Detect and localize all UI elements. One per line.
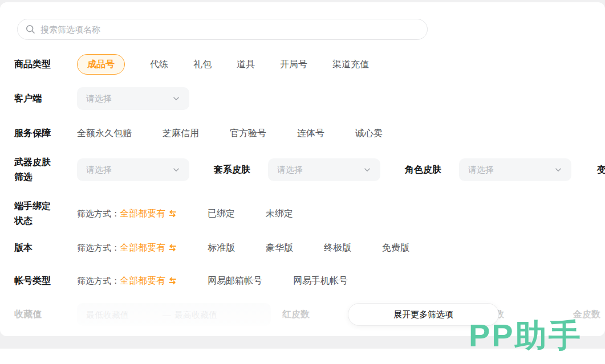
row-label-account-type: 帐号类型 (14, 273, 55, 288)
suit-skin-label: 套系皮肤 (214, 164, 250, 176)
row-label-product-type: 商品类型 (14, 57, 55, 72)
client-select[interactable]: 请选择 (77, 87, 189, 110)
role-skin-label: 角色皮肤 (405, 164, 441, 176)
option-ultimate-edition[interactable]: 终极版 (324, 242, 351, 254)
suit-skin-placeholder: 请选择 (277, 165, 303, 175)
range-separator: — (163, 310, 171, 320)
option-bound[interactable]: 已绑定 (208, 208, 235, 220)
filter-mode-label: 筛选方式： (77, 243, 120, 253)
row-label-service: 服务保障 (14, 126, 55, 141)
filter-row-service: 服务保障 全额永久包赔 芝麻信用 官方验号 连体号 诚心卖 (14, 127, 605, 140)
filter-row-client: 客户端 请选择 (14, 87, 605, 110)
row-label-client: 客户端 (14, 91, 55, 106)
filter-mode-toggle[interactable]: 全部都要有 (120, 242, 177, 254)
filter-mode-label: 筛选方式： (77, 208, 120, 219)
chevron-down-icon (554, 166, 562, 174)
collection-min-input[interactable] (86, 310, 159, 320)
weapon-skin-select[interactable]: 请选择 (77, 158, 189, 181)
search-icon (26, 24, 35, 34)
bottom-strip (0, 349, 605, 364)
option-netease-email-account[interactable]: 网易邮箱帐号 (208, 275, 262, 287)
filter-row-version: 版本 筛选方式： 全部都要有 标准版 豪华版 终极版 免费版 (14, 242, 605, 254)
filter-mode-toggle[interactable]: 全部都要有 (120, 208, 177, 220)
transform-skin-label: 变身 (597, 164, 605, 176)
option-standard-edition[interactable]: 标准版 (208, 242, 235, 254)
red-skin-count-label[interactable]: 红皮数 (282, 309, 310, 321)
filter-row-account-type: 帐号类型 筛选方式： 全部都要有 网易邮箱帐号 网易手机帐号 (14, 275, 605, 287)
filter-mode-label: 筛选方式： (77, 276, 120, 287)
chevron-down-icon (363, 166, 371, 174)
expand-more-filters-button[interactable]: 展开更多筛选项 (348, 303, 499, 326)
client-select-placeholder: 请选择 (86, 93, 112, 104)
gold-skin-count-label[interactable]: 金皮数 (573, 309, 600, 321)
swap-arrows-icon (168, 244, 177, 252)
option-daoju[interactable]: 道具 (237, 59, 255, 71)
filter-row-binding: 端手绑定状态 筛选方式： 全部都要有 已绑定 未绑定 (14, 199, 605, 228)
collection-max-input[interactable] (174, 310, 247, 320)
filter-search-box[interactable] (17, 19, 428, 40)
option-official-verified[interactable]: 官方验号 (230, 128, 266, 140)
filter-mode-value: 全部都要有 (120, 208, 165, 220)
row-label-collection: 收藏值 (14, 307, 55, 322)
row-label-weapon-skin: 武器皮肤筛选 (14, 155, 55, 185)
option-kaijuhao[interactable]: 开局号 (280, 59, 307, 71)
option-free-edition[interactable]: 免费版 (382, 242, 409, 254)
search-input[interactable] (40, 24, 419, 34)
chevron-down-icon (172, 166, 180, 174)
filter-mode-value: 全部都要有 (120, 242, 165, 254)
filter-panel: 商品类型 成品号 代练 礼包 道具 开局号 渠道充值 客户端 请选择 服务保障 … (0, 2, 605, 336)
chevron-down-icon (172, 95, 180, 103)
filter-row-product-type: 商品类型 成品号 代练 礼包 道具 开局号 渠道充值 (14, 54, 605, 75)
option-netease-phone-account[interactable]: 网易手机帐号 (293, 275, 348, 287)
option-libao[interactable]: 礼包 (193, 59, 212, 71)
swap-arrows-icon (168, 277, 177, 285)
option-full-refund[interactable]: 全额永久包赔 (77, 128, 132, 140)
option-qudaochongzhi[interactable]: 渠道充值 (332, 59, 369, 71)
option-deluxe-edition[interactable]: 豪华版 (266, 242, 293, 254)
row-label-version: 版本 (14, 240, 55, 255)
filter-row-skins: 武器皮肤筛选 请选择 套系皮肤 请选择 角色皮肤 请选择 (14, 158, 605, 181)
suit-skin-select[interactable]: 请选择 (268, 158, 380, 181)
role-skin-select[interactable]: 请选择 (459, 158, 571, 181)
option-zhima-credit[interactable]: 芝麻信用 (163, 128, 199, 140)
row-label-binding: 端手绑定状态 (14, 199, 55, 228)
filter-mode-toggle[interactable]: 全部都要有 (120, 275, 177, 287)
swap-arrows-icon (168, 210, 177, 218)
filter-row-collection: 收藏值 — 红皮数 数 金皮数 展开更多筛选项 (14, 303, 605, 326)
option-unbound[interactable]: 未绑定 (266, 208, 293, 220)
option-liantihao[interactable]: 连体号 (297, 128, 324, 140)
filter-mode-value: 全部都要有 (120, 275, 165, 287)
option-chengxinmai[interactable]: 诚心卖 (355, 128, 383, 140)
collection-range-input[interactable]: — (77, 303, 271, 326)
role-skin-placeholder: 请选择 (468, 165, 494, 175)
option-chengpinhao-selected[interactable]: 成品号 (77, 54, 125, 75)
weapon-skin-placeholder: 请选择 (86, 165, 112, 175)
option-dailian[interactable]: 代练 (150, 59, 168, 71)
